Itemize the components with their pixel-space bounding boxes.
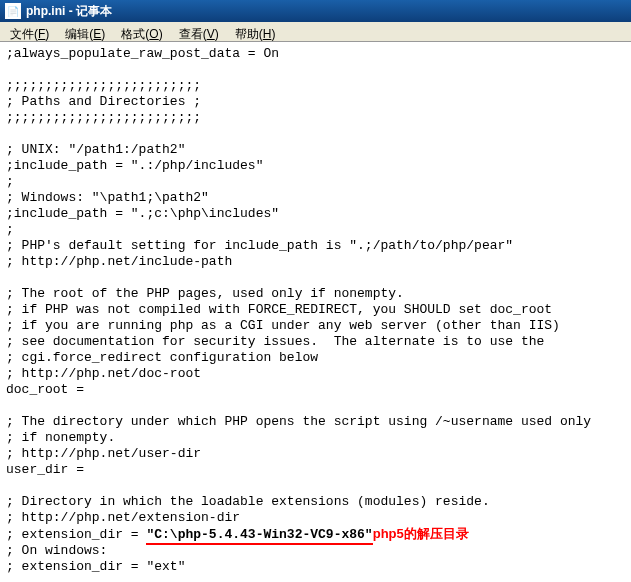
menu-edit[interactable]: 编辑(E)	[59, 24, 111, 39]
text-line: ;;;;;;;;;;;;;;;;;;;;;;;;;	[6, 78, 625, 94]
text-line: ; http://php.net/user-dir	[6, 446, 625, 462]
text-editor-area[interactable]: ;always_populate_raw_post_data = On ;;;;…	[0, 42, 631, 582]
text-line	[6, 398, 625, 414]
text-line: ;include_path = ".;c:\php\includes"	[6, 206, 625, 222]
menu-file[interactable]: 文件(F)	[4, 24, 55, 39]
window-title: php.ini - 记事本	[26, 3, 112, 20]
text-line: ; http://php.net/extension-dir	[6, 510, 625, 526]
text-line: ; PHP's default setting for include_path…	[6, 238, 625, 254]
title-separator: -	[65, 4, 76, 18]
text-line: ; if nonempty.	[6, 430, 625, 446]
text-line: user_dir =	[6, 462, 625, 478]
text-line	[6, 126, 625, 142]
window-titlebar: 📄 php.ini - 记事本	[0, 0, 631, 22]
app-icon: 📄	[5, 3, 21, 19]
text-line: ; if you are running php as a CGI under …	[6, 318, 625, 334]
annotation-text: php5的解压目录	[373, 526, 469, 541]
text-line: ; extension_dir = "ext"	[6, 559, 625, 575]
text-line: ; The root of the PHP pages, used only i…	[6, 286, 625, 302]
text-line: ;	[6, 174, 625, 190]
text-line: ; http://php.net/doc-root	[6, 366, 625, 382]
text-line: ; The directory under which PHP opens th…	[6, 414, 625, 430]
menu-help[interactable]: 帮助(H)	[229, 24, 282, 39]
text-line: doc_root =	[6, 382, 625, 398]
text-line	[6, 270, 625, 286]
text-line: ;;;;;;;;;;;;;;;;;;;;;;;;;	[6, 110, 625, 126]
text-line: ; On windows:	[6, 543, 625, 559]
text-line: ; Paths and Directories ;	[6, 94, 625, 110]
text-line: ; cgi.force_redirect configuration below	[6, 350, 625, 366]
text-line: ; Windows: "\path1;\path2"	[6, 190, 625, 206]
text-line: ; if PHP was not compiled with FORCE_RED…	[6, 302, 625, 318]
menu-format[interactable]: 格式(O)	[115, 24, 168, 39]
menu-view[interactable]: 查看(V)	[173, 24, 225, 39]
text-line	[6, 478, 625, 494]
extension-dir-line: ; extension_dir = "C:\php-5.4.43-Win32-V…	[6, 526, 625, 543]
title-appname: 记事本	[76, 4, 112, 18]
text-line: ;include_path = ".:/php/includes"	[6, 158, 625, 174]
text-line: ;	[6, 222, 625, 238]
text-line: ; http://php.net/include-path	[6, 254, 625, 270]
text-line: ; see documentation for security issues.…	[6, 334, 625, 350]
line-prefix: ; extension_dir =	[6, 527, 146, 542]
extension-dir-path: "C:\php-5.4.43-Win32-VC9-x86"	[146, 527, 372, 545]
text-line: ;always_populate_raw_post_data = On	[6, 46, 625, 62]
text-line: ; UNIX: "/path1:/path2"	[6, 142, 625, 158]
menubar: 文件(F) 编辑(E) 格式(O) 查看(V) 帮助(H)	[0, 22, 631, 42]
text-line: ; Directory in which the loadable extens…	[6, 494, 625, 510]
text-line	[6, 62, 625, 78]
title-filename: php.ini	[26, 4, 65, 18]
